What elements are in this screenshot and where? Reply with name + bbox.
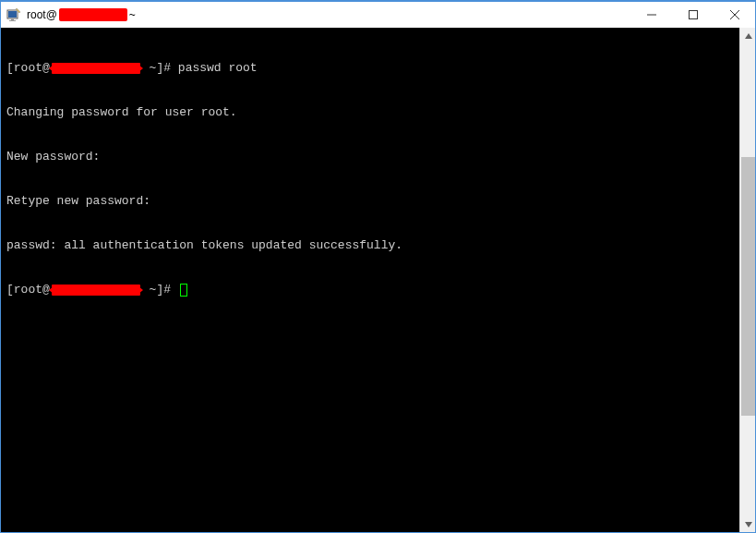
svg-rect-2 (11, 18, 14, 20)
redacted-hostname (52, 285, 140, 296)
prompt-user: [root@ (6, 283, 50, 297)
close-button[interactable] (714, 2, 755, 28)
terminal-line: Retype new password: (6, 194, 734, 209)
putty-window: root@ ~ [root@ ~]# passwd root Changing … (0, 0, 756, 533)
svg-rect-3 (9, 20, 16, 21)
terminal[interactable]: [root@ ~]# passwd root Changing password… (1, 28, 739, 532)
window-title: root@ ~ (27, 8, 136, 21)
maximize-button[interactable] (672, 2, 714, 28)
cursor (180, 284, 187, 297)
svg-marker-8 (745, 33, 752, 39)
terminal-line: passwd: all authentication tokens update… (6, 238, 734, 253)
svg-rect-1 (8, 11, 17, 18)
terminal-line: New password: (6, 150, 734, 164)
scrollbar-thumb[interactable] (741, 157, 755, 416)
svg-marker-9 (745, 522, 752, 527)
terminal-area: [root@ ~]# passwd root Changing password… (1, 28, 755, 532)
scroll-up-icon[interactable] (740, 28, 756, 43)
prompt-user: [root@ (6, 61, 50, 75)
putty-icon (6, 7, 21, 22)
prompt-path: ~]# (142, 283, 178, 297)
svg-rect-5 (689, 11, 697, 19)
terminal-line: Changing password for user root. (6, 105, 734, 120)
command-text: passwd root (178, 61, 258, 75)
redacted-hostname (52, 63, 140, 74)
redacted-hostname (59, 8, 127, 21)
titlebar[interactable]: root@ ~ (1, 2, 755, 28)
title-user: root@ (27, 8, 57, 21)
minimize-button[interactable] (630, 2, 672, 28)
title-path: ~ (129, 8, 136, 21)
window-controls (630, 2, 755, 28)
vertical-scrollbar[interactable] (739, 28, 755, 532)
terminal-line: [root@ ~]# (6, 283, 734, 297)
terminal-line: [root@ ~]# passwd root (6, 61, 734, 76)
scroll-down-icon[interactable] (740, 516, 756, 532)
prompt-path: ~]# (142, 61, 178, 75)
